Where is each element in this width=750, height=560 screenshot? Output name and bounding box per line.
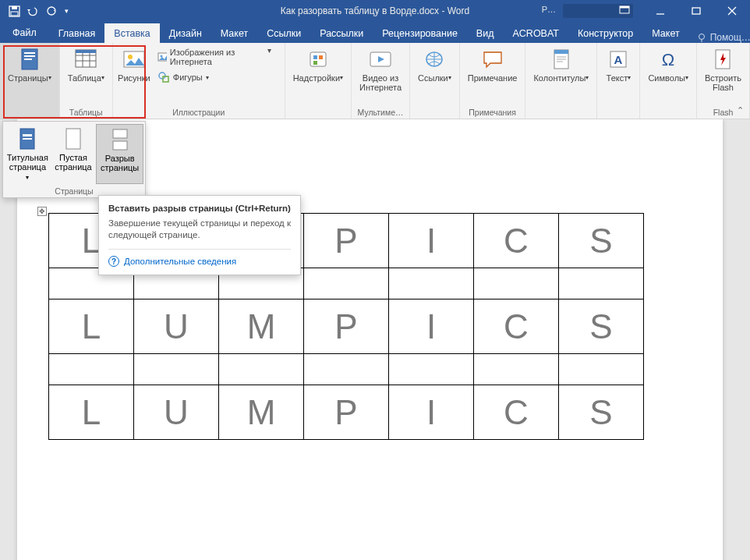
table-row: LUMPICS bbox=[49, 299, 644, 354]
tab-view[interactable]: Вид bbox=[467, 23, 504, 43]
addins-button[interactable]: Надстройки▾ bbox=[288, 44, 348, 94]
tab-acrobat[interactable]: ACROBAT bbox=[503, 23, 568, 43]
comment-button[interactable]: Примечание bbox=[463, 44, 522, 94]
redo-button[interactable] bbox=[42, 2, 61, 20]
ribbon: Страницы▾ x Таблица▾ Таблицы Рисунки Изо… bbox=[0, 43, 750, 119]
svg-rect-2 bbox=[11, 12, 18, 16]
blank-page-icon bbox=[61, 126, 86, 151]
blank-page-button[interactable]: Пустая страница bbox=[51, 124, 97, 184]
flash-group-label: Flash bbox=[713, 107, 734, 118]
svg-rect-14 bbox=[24, 55, 35, 57]
header-footer-button[interactable]: Колонтитулы▾ bbox=[529, 44, 593, 94]
media-group-label: Мультиме… bbox=[358, 107, 404, 118]
undo-button[interactable] bbox=[23, 2, 42, 20]
tooltip-title: Вставить разрыв страницы (Ctrl+Return) bbox=[108, 204, 291, 213]
flash-button[interactable]: Встроить Flash bbox=[700, 44, 746, 94]
table-button[interactable]: Таблица▾ bbox=[63, 44, 109, 94]
video-icon bbox=[368, 47, 393, 72]
tooltip-more-link[interactable]: ? Дополнительные сведения bbox=[108, 249, 291, 267]
links-icon bbox=[422, 47, 447, 72]
svg-point-23 bbox=[128, 55, 133, 59]
save-button[interactable] bbox=[5, 2, 23, 20]
tab-references[interactable]: Ссылки bbox=[257, 23, 310, 43]
tab-home[interactable]: Главная bbox=[49, 23, 105, 43]
help-icon: ? bbox=[108, 256, 119, 267]
svg-rect-13 bbox=[24, 52, 35, 54]
links-button[interactable]: Ссылки▾ bbox=[413, 44, 456, 94]
page-break-icon bbox=[108, 127, 133, 152]
tab-design[interactable]: Дизайн bbox=[160, 23, 211, 43]
tab-review[interactable]: Рецензирование bbox=[373, 23, 467, 43]
comments-group-label: Примечания bbox=[469, 107, 516, 118]
tab-tabletools-design[interactable]: Конструктор bbox=[568, 23, 642, 43]
minimize-button[interactable] bbox=[642, 0, 678, 22]
ribbon-tabs: Файл Главная Вставка Дизайн Макет Ссылки… bbox=[0, 22, 750, 43]
tell-me-search[interactable]: Помощ… bbox=[689, 32, 750, 43]
lightbulb-icon bbox=[697, 33, 707, 43]
svg-rect-15 bbox=[24, 58, 32, 60]
table-move-handle[interactable]: ✥ bbox=[37, 207, 47, 216]
user-label: Р… bbox=[539, 0, 559, 19]
close-button[interactable] bbox=[714, 0, 750, 22]
pictures-button[interactable]: Рисунки bbox=[116, 44, 152, 94]
tab-tabletools-layout[interactable]: Макет bbox=[642, 23, 688, 43]
shapes-button[interactable]: Фигуры ▾ bbox=[155, 69, 255, 85]
online-pictures-icon bbox=[157, 51, 167, 63]
svg-rect-29 bbox=[313, 55, 317, 59]
ribbon-options-button[interactable] bbox=[607, 0, 642, 22]
svg-rect-28 bbox=[310, 52, 326, 66]
collapse-ribbon-button[interactable]: ⌃ bbox=[733, 103, 747, 117]
svg-rect-21 bbox=[76, 50, 96, 53]
shapes-icon bbox=[157, 71, 170, 83]
addins-icon bbox=[306, 47, 331, 72]
more-illustrations-button[interactable]: ▾ bbox=[261, 46, 278, 55]
comment-icon bbox=[480, 47, 505, 72]
symbols-icon: Ω bbox=[656, 47, 681, 72]
text-icon: A bbox=[606, 47, 631, 72]
svg-rect-27 bbox=[163, 76, 168, 82]
tab-mailings[interactable]: Рассылки bbox=[310, 23, 373, 43]
cover-page-button[interactable]: Титульная страница▾ bbox=[5, 124, 51, 184]
tab-insert[interactable]: Вставка bbox=[104, 23, 159, 43]
maximize-button[interactable] bbox=[678, 0, 714, 22]
svg-rect-30 bbox=[319, 55, 323, 59]
online-pictures-button[interactable]: Изображения из Интернета bbox=[155, 46, 255, 68]
svg-point-26 bbox=[159, 73, 165, 79]
svg-rect-45 bbox=[23, 138, 32, 140]
pictures-icon bbox=[122, 47, 147, 72]
table-icon bbox=[73, 47, 98, 72]
pages-icon bbox=[17, 47, 42, 72]
cover-page-icon bbox=[15, 126, 40, 151]
svg-rect-35 bbox=[554, 50, 568, 54]
symbols-button[interactable]: Ω Символы▾ bbox=[643, 44, 693, 94]
pages-dropdown-panel: Титульная страница▾ Пустая страница Разр… bbox=[2, 121, 146, 198]
svg-point-10 bbox=[699, 34, 704, 39]
tooltip-body: Завершение текущей страницы и переход к … bbox=[108, 218, 291, 241]
svg-rect-46 bbox=[66, 129, 80, 149]
text-button[interactable]: A Текст▾ bbox=[600, 44, 636, 94]
svg-rect-31 bbox=[313, 61, 317, 65]
table-row: LUMPICS bbox=[49, 385, 644, 440]
pages-button[interactable]: Страницы▾ bbox=[3, 44, 56, 94]
tab-layout[interactable]: Макет bbox=[211, 23, 257, 43]
svg-text:Ω: Ω bbox=[662, 50, 674, 69]
flash-icon bbox=[710, 47, 735, 72]
tab-file[interactable]: Файл bbox=[0, 23, 49, 43]
illustrations-group-label: Иллюстрации bbox=[172, 107, 225, 118]
title-bar: ▾ Как разорвать таблицу в Ворде.docx - W… bbox=[0, 0, 750, 22]
qat-more-button[interactable]: ▾ bbox=[61, 2, 72, 20]
svg-rect-1 bbox=[12, 6, 17, 9]
svg-rect-48 bbox=[113, 141, 127, 150]
svg-rect-5 bbox=[620, 6, 629, 9]
table-row bbox=[49, 354, 644, 385]
online-video-button[interactable]: Видео из Интернета bbox=[355, 44, 406, 94]
svg-rect-44 bbox=[23, 134, 32, 136]
tooltip: Вставить разрыв страницы (Ctrl+Return) З… bbox=[98, 195, 301, 275]
svg-text:A: A bbox=[614, 53, 623, 66]
svg-rect-47 bbox=[113, 129, 127, 138]
header-footer-icon bbox=[549, 47, 574, 72]
page-break-button[interactable]: Разрыв страницы bbox=[96, 124, 143, 184]
svg-rect-7 bbox=[692, 8, 700, 14]
tables-group-label: Таблицы bbox=[69, 107, 103, 118]
